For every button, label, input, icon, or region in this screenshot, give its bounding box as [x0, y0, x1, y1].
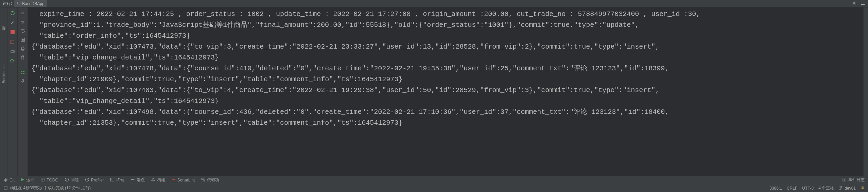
svg-rect-20 [110, 178, 114, 181]
status-bar: 构建在 4秒39毫秒 中成功完成 (12 分钟 之前) 3386:1 CRLF … [0, 184, 868, 192]
endpoints-tool[interactable]: 端点 [131, 177, 145, 183]
lock-icon[interactable] [861, 186, 865, 191]
todo-tool[interactable]: TODO [40, 177, 58, 183]
svg-rect-23 [202, 178, 203, 179]
main-area: 结构 Bookmarks [0, 7, 868, 176]
git-tool[interactable]: Git [3, 178, 15, 182]
stop-icon[interactable] [9, 29, 16, 35]
status-indicator-icon [3, 186, 8, 191]
up-arrow-icon[interactable] [19, 10, 26, 16]
svg-point-21 [131, 179, 132, 180]
layout-icon[interactable] [19, 69, 26, 75]
svg-point-29 [840, 189, 841, 190]
svg-rect-13 [21, 73, 22, 74]
event-log-tool[interactable]: 事件日志 [842, 177, 865, 183]
console-line: {"database":"edu","xid":107483,"data":{"… [31, 85, 860, 96]
app-icon [17, 1, 21, 6]
svg-point-4 [12, 51, 13, 52]
svg-rect-24 [203, 180, 205, 181]
status-right: 3386:1 CRLF UTF-8 4 个空格 dev01 [769, 185, 865, 191]
problems-icon [65, 177, 69, 183]
print-icon[interactable] [19, 46, 26, 52]
terminal-icon [110, 177, 115, 183]
svg-point-1 [853, 2, 855, 4]
terminal-tool[interactable]: 终端 [110, 177, 124, 183]
profiler-tool[interactable]: Profiler [85, 177, 104, 183]
console-line: {"database":"edu","xid":107478,"data":{"… [31, 63, 860, 74]
exit-icon[interactable] [9, 39, 16, 45]
left-tabs: 结构 Bookmarks [0, 7, 7, 176]
header-right [852, 1, 865, 6]
console-line: expire_time : 2022-02-21 17:44:25 , orde… [31, 9, 860, 20]
build-tool[interactable]: 构建 [151, 177, 165, 183]
svg-rect-2 [861, 4, 865, 5]
branch-icon [839, 186, 843, 190]
svg-rect-0 [17, 2, 20, 4]
event-log-icon [842, 177, 847, 183]
header-left: 运行: BaseDBApp [3, 0, 47, 7]
scroll-end-icon[interactable] [19, 37, 26, 43]
bookmarks-tab[interactable]: Bookmarks [1, 63, 6, 85]
deps-icon [201, 177, 205, 183]
bottom-toolbar: Git 运行 TODO 问题 Profiler [0, 176, 868, 184]
bottom-right: 事件日志 [842, 177, 865, 183]
svg-rect-26 [4, 186, 7, 189]
run-header: 运行: BaseDBApp [0, 0, 868, 7]
svg-rect-30 [862, 188, 864, 189]
sonarlint-tool[interactable]: SonarLint [171, 177, 195, 183]
indent[interactable]: 4 个空格 [818, 185, 834, 191]
down-arrow-icon[interactable] [19, 19, 26, 25]
run-tool[interactable]: 运行 [21, 177, 34, 183]
dependencies-tool[interactable]: 依赖项 [201, 177, 219, 183]
svg-rect-5 [12, 50, 13, 51]
endpoints-icon [131, 177, 135, 183]
tab-name: BaseDBApp [22, 1, 44, 6]
profiler-icon [85, 177, 89, 183]
status-left: 构建在 4秒39毫秒 中成功完成 (12 分钟 之前) [3, 185, 91, 191]
svg-rect-12 [23, 71, 24, 72]
console-line: "table":"vip_change_detail","ts":1645412… [31, 52, 860, 63]
console-line: "table":"order_info","ts":1645412973} [31, 31, 860, 41]
console-line: {"database":"edu","xid":107498,"data":{"… [31, 107, 860, 118]
settings-icon[interactable] [852, 1, 856, 6]
wrench-icon[interactable] [9, 20, 16, 26]
svg-point-28 [841, 187, 843, 188]
build-status[interactable]: 构建在 4秒39毫秒 中成功完成 (12 分钟 之前) [10, 185, 91, 191]
run-tab[interactable]: BaseDBApp [14, 0, 47, 7]
rerun-icon[interactable] [9, 10, 16, 16]
svg-point-22 [133, 179, 134, 180]
run-label: 运行: [3, 1, 12, 6]
bug-run-icon[interactable] [9, 58, 16, 64]
scrollbar-gutter[interactable] [863, 7, 868, 176]
pin-icon[interactable] [19, 78, 26, 84]
svg-rect-9 [22, 47, 24, 48]
encoding[interactable]: UTF-8 [802, 186, 814, 191]
git-branch[interactable]: dev01 [839, 186, 856, 191]
run-toolbar [7, 7, 18, 176]
play-icon [21, 178, 24, 182]
svg-point-27 [840, 187, 841, 188]
cursor-position[interactable]: 3386:1 [769, 186, 782, 191]
svg-rect-11 [21, 71, 22, 72]
bottom-left: Git 运行 TODO 问题 Profiler [3, 177, 219, 183]
todo-icon [40, 177, 45, 183]
svg-point-6 [11, 59, 13, 62]
console-line: "table":"vip_change_detail","ts":1645412… [31, 96, 860, 107]
git-icon [3, 178, 8, 182]
svg-rect-14 [23, 73, 24, 74]
sonar-icon [171, 177, 176, 183]
problems-tool[interactable]: 问题 [65, 177, 79, 183]
console-line: "chapter_id":21353},"commit":true,"type"… [31, 118, 860, 128]
clear-icon[interactable] [19, 54, 26, 60]
line-separator[interactable]: CRLF [787, 186, 797, 191]
console-line: {"database":"edu","xid":107473,"data":{"… [31, 41, 860, 52]
console-line: "chapter_id":21909},"commit":true,"type"… [31, 74, 860, 85]
minimize-icon[interactable] [861, 1, 865, 6]
structure-tab[interactable]: 结构 [0, 31, 7, 35]
build-icon [151, 177, 155, 183]
soft-wrap-icon[interactable] [19, 28, 26, 34]
console-output[interactable]: expire_time : 2022-02-21 17:44:25 , orde… [28, 7, 863, 176]
camera-icon[interactable] [9, 48, 16, 54]
console-toolbar [18, 7, 28, 176]
console-line: "province_id":1,"trade_body":"JavaScript… [31, 20, 860, 31]
